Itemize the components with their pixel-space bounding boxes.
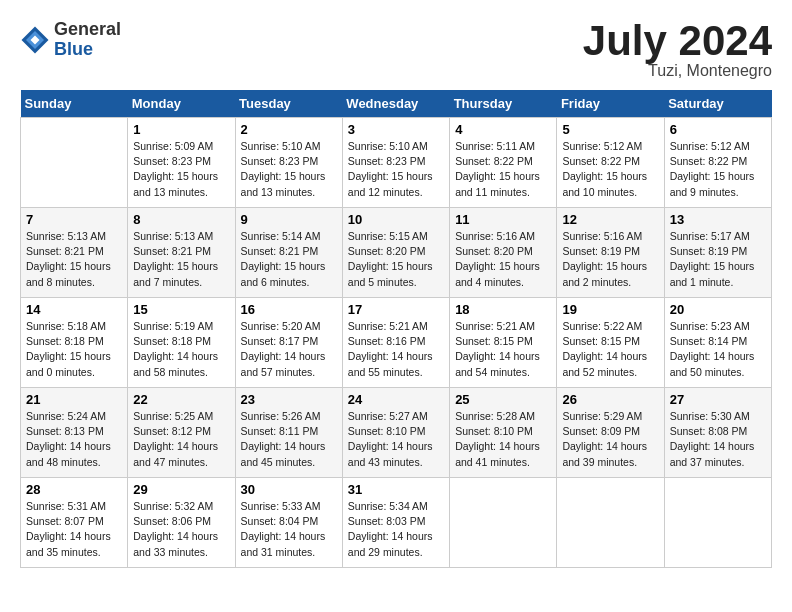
- day-number: 31: [348, 482, 444, 497]
- location: Tuzi, Montenegro: [583, 62, 772, 80]
- day-info: Sunrise: 5:15 AM Sunset: 8:20 PM Dayligh…: [348, 229, 444, 290]
- calendar-cell: 11Sunrise: 5:16 AM Sunset: 8:20 PM Dayli…: [450, 208, 557, 298]
- day-header-tuesday: Tuesday: [235, 90, 342, 118]
- day-info: Sunrise: 5:16 AM Sunset: 8:20 PM Dayligh…: [455, 229, 551, 290]
- day-info: Sunrise: 5:21 AM Sunset: 8:15 PM Dayligh…: [455, 319, 551, 380]
- day-info: Sunrise: 5:12 AM Sunset: 8:22 PM Dayligh…: [562, 139, 658, 200]
- calendar-week-5: 28Sunrise: 5:31 AM Sunset: 8:07 PM Dayli…: [21, 478, 772, 568]
- day-number: 12: [562, 212, 658, 227]
- logo-icon: [20, 25, 50, 55]
- day-number: 5: [562, 122, 658, 137]
- calendar-cell: 16Sunrise: 5:20 AM Sunset: 8:17 PM Dayli…: [235, 298, 342, 388]
- day-number: 18: [455, 302, 551, 317]
- calendar-cell: 1Sunrise: 5:09 AM Sunset: 8:23 PM Daylig…: [128, 118, 235, 208]
- day-info: Sunrise: 5:27 AM Sunset: 8:10 PM Dayligh…: [348, 409, 444, 470]
- calendar-week-1: 1Sunrise: 5:09 AM Sunset: 8:23 PM Daylig…: [21, 118, 772, 208]
- calendar-cell: 4Sunrise: 5:11 AM Sunset: 8:22 PM Daylig…: [450, 118, 557, 208]
- day-number: 3: [348, 122, 444, 137]
- calendar-cell: 26Sunrise: 5:29 AM Sunset: 8:09 PM Dayli…: [557, 388, 664, 478]
- day-info: Sunrise: 5:23 AM Sunset: 8:14 PM Dayligh…: [670, 319, 766, 380]
- day-number: 13: [670, 212, 766, 227]
- header-row: SundayMondayTuesdayWednesdayThursdayFrid…: [21, 90, 772, 118]
- calendar-cell: 10Sunrise: 5:15 AM Sunset: 8:20 PM Dayli…: [342, 208, 449, 298]
- calendar-cell: 6Sunrise: 5:12 AM Sunset: 8:22 PM Daylig…: [664, 118, 771, 208]
- day-info: Sunrise: 5:22 AM Sunset: 8:15 PM Dayligh…: [562, 319, 658, 380]
- day-number: 29: [133, 482, 229, 497]
- calendar-cell: 12Sunrise: 5:16 AM Sunset: 8:19 PM Dayli…: [557, 208, 664, 298]
- calendar-cell: 21Sunrise: 5:24 AM Sunset: 8:13 PM Dayli…: [21, 388, 128, 478]
- day-number: 21: [26, 392, 122, 407]
- day-info: Sunrise: 5:31 AM Sunset: 8:07 PM Dayligh…: [26, 499, 122, 560]
- day-info: Sunrise: 5:19 AM Sunset: 8:18 PM Dayligh…: [133, 319, 229, 380]
- calendar-cell: 28Sunrise: 5:31 AM Sunset: 8:07 PM Dayli…: [21, 478, 128, 568]
- calendar-cell: 19Sunrise: 5:22 AM Sunset: 8:15 PM Dayli…: [557, 298, 664, 388]
- day-number: 2: [241, 122, 337, 137]
- calendar-cell: [664, 478, 771, 568]
- day-info: Sunrise: 5:30 AM Sunset: 8:08 PM Dayligh…: [670, 409, 766, 470]
- day-info: Sunrise: 5:10 AM Sunset: 8:23 PM Dayligh…: [348, 139, 444, 200]
- day-number: 22: [133, 392, 229, 407]
- calendar-cell: 23Sunrise: 5:26 AM Sunset: 8:11 PM Dayli…: [235, 388, 342, 478]
- day-number: 15: [133, 302, 229, 317]
- calendar-cell: 7Sunrise: 5:13 AM Sunset: 8:21 PM Daylig…: [21, 208, 128, 298]
- day-number: 7: [26, 212, 122, 227]
- calendar-cell: 25Sunrise: 5:28 AM Sunset: 8:10 PM Dayli…: [450, 388, 557, 478]
- calendar-cell: 8Sunrise: 5:13 AM Sunset: 8:21 PM Daylig…: [128, 208, 235, 298]
- calendar-week-2: 7Sunrise: 5:13 AM Sunset: 8:21 PM Daylig…: [21, 208, 772, 298]
- calendar-cell: 5Sunrise: 5:12 AM Sunset: 8:22 PM Daylig…: [557, 118, 664, 208]
- day-number: 26: [562, 392, 658, 407]
- day-number: 25: [455, 392, 551, 407]
- calendar-cell: 2Sunrise: 5:10 AM Sunset: 8:23 PM Daylig…: [235, 118, 342, 208]
- logo-text: General Blue: [54, 20, 121, 60]
- day-info: Sunrise: 5:11 AM Sunset: 8:22 PM Dayligh…: [455, 139, 551, 200]
- day-info: Sunrise: 5:09 AM Sunset: 8:23 PM Dayligh…: [133, 139, 229, 200]
- calendar-cell: 18Sunrise: 5:21 AM Sunset: 8:15 PM Dayli…: [450, 298, 557, 388]
- calendar-cell: 22Sunrise: 5:25 AM Sunset: 8:12 PM Dayli…: [128, 388, 235, 478]
- day-header-wednesday: Wednesday: [342, 90, 449, 118]
- day-number: 14: [26, 302, 122, 317]
- day-number: 30: [241, 482, 337, 497]
- day-info: Sunrise: 5:34 AM Sunset: 8:03 PM Dayligh…: [348, 499, 444, 560]
- day-info: Sunrise: 5:16 AM Sunset: 8:19 PM Dayligh…: [562, 229, 658, 290]
- calendar-cell: 17Sunrise: 5:21 AM Sunset: 8:16 PM Dayli…: [342, 298, 449, 388]
- day-info: Sunrise: 5:20 AM Sunset: 8:17 PM Dayligh…: [241, 319, 337, 380]
- day-info: Sunrise: 5:29 AM Sunset: 8:09 PM Dayligh…: [562, 409, 658, 470]
- calendar-cell: 13Sunrise: 5:17 AM Sunset: 8:19 PM Dayli…: [664, 208, 771, 298]
- day-header-monday: Monday: [128, 90, 235, 118]
- day-header-friday: Friday: [557, 90, 664, 118]
- calendar-header: SundayMondayTuesdayWednesdayThursdayFrid…: [21, 90, 772, 118]
- day-info: Sunrise: 5:24 AM Sunset: 8:13 PM Dayligh…: [26, 409, 122, 470]
- day-number: 27: [670, 392, 766, 407]
- calendar-cell: 29Sunrise: 5:32 AM Sunset: 8:06 PM Dayli…: [128, 478, 235, 568]
- logo-general: General: [54, 20, 121, 40]
- calendar-cell: 24Sunrise: 5:27 AM Sunset: 8:10 PM Dayli…: [342, 388, 449, 478]
- calendar-cell: 15Sunrise: 5:19 AM Sunset: 8:18 PM Dayli…: [128, 298, 235, 388]
- day-info: Sunrise: 5:14 AM Sunset: 8:21 PM Dayligh…: [241, 229, 337, 290]
- day-number: 17: [348, 302, 444, 317]
- calendar-cell: 9Sunrise: 5:14 AM Sunset: 8:21 PM Daylig…: [235, 208, 342, 298]
- day-info: Sunrise: 5:13 AM Sunset: 8:21 PM Dayligh…: [26, 229, 122, 290]
- day-number: 10: [348, 212, 444, 227]
- day-number: 16: [241, 302, 337, 317]
- day-info: Sunrise: 5:13 AM Sunset: 8:21 PM Dayligh…: [133, 229, 229, 290]
- month-title: July 2024: [583, 20, 772, 62]
- day-number: 24: [348, 392, 444, 407]
- calendar-cell: 30Sunrise: 5:33 AM Sunset: 8:04 PM Dayli…: [235, 478, 342, 568]
- calendar-cell: 27Sunrise: 5:30 AM Sunset: 8:08 PM Dayli…: [664, 388, 771, 478]
- day-info: Sunrise: 5:21 AM Sunset: 8:16 PM Dayligh…: [348, 319, 444, 380]
- logo: General Blue: [20, 20, 121, 60]
- day-number: 19: [562, 302, 658, 317]
- day-info: Sunrise: 5:17 AM Sunset: 8:19 PM Dayligh…: [670, 229, 766, 290]
- calendar-cell: [557, 478, 664, 568]
- day-info: Sunrise: 5:28 AM Sunset: 8:10 PM Dayligh…: [455, 409, 551, 470]
- day-info: Sunrise: 5:10 AM Sunset: 8:23 PM Dayligh…: [241, 139, 337, 200]
- day-number: 28: [26, 482, 122, 497]
- calendar-week-3: 14Sunrise: 5:18 AM Sunset: 8:18 PM Dayli…: [21, 298, 772, 388]
- calendar-cell: [450, 478, 557, 568]
- day-info: Sunrise: 5:18 AM Sunset: 8:18 PM Dayligh…: [26, 319, 122, 380]
- calendar-table: SundayMondayTuesdayWednesdayThursdayFrid…: [20, 90, 772, 568]
- day-header-thursday: Thursday: [450, 90, 557, 118]
- calendar-cell: [21, 118, 128, 208]
- day-number: 11: [455, 212, 551, 227]
- calendar-week-4: 21Sunrise: 5:24 AM Sunset: 8:13 PM Dayli…: [21, 388, 772, 478]
